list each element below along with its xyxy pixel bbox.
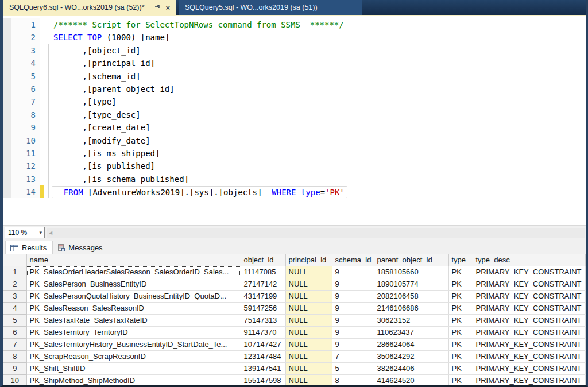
row-number[interactable]: 8 — [3, 350, 26, 362]
code-text[interactable]: FROM [AdventureWorks2019].[sys].[objects… — [52, 186, 347, 198]
cell-schema_id[interactable]: 9 — [332, 266, 374, 278]
tab-results[interactable]: Results — [5, 241, 53, 254]
code-text[interactable]: ,[modify_date] — [53, 134, 150, 147]
row-number[interactable]: 6 — [3, 326, 26, 338]
cell-principal_id[interactable]: NULL — [285, 374, 332, 385]
code-text[interactable]: ,[schema_id] — [53, 70, 141, 83]
cell-schema_id[interactable]: 9 — [332, 326, 374, 338]
code-text[interactable]: ,[type] — [53, 95, 117, 108]
cell-object_id[interactable]: 59147256 — [241, 302, 285, 314]
cell-schema_id[interactable]: 7 — [332, 350, 374, 362]
cell-principal_id[interactable]: NULL — [285, 362, 332, 374]
collapse-region-icon[interactable]: − — [45, 34, 51, 40]
cell-name[interactable]: PK_SalesPerson_BusinessEntityID — [26, 278, 241, 290]
cell-schema_id[interactable]: 8 — [332, 374, 374, 385]
cell-parent_object_id[interactable]: 1890105774 — [374, 278, 448, 290]
column-header-principal_id[interactable]: principal_id — [285, 254, 332, 266]
row-number[interactable]: 9 — [3, 362, 26, 374]
cell-name[interactable]: PK_SalesOrderHeaderSalesReason_SalesOrde… — [26, 266, 241, 278]
editor-line[interactable]: 5 ,[schema_id] — [3, 70, 586, 83]
cell-name[interactable]: PK_Shift_ShiftID — [26, 362, 241, 374]
cell-type[interactable]: PK — [448, 278, 473, 290]
editor-horizontal-scrollbar[interactable]: ◀ — [47, 228, 585, 238]
tab-sqlquery6[interactable]: SQLQuery6.sql - WO...orks2019 (sa (52))*… — [3, 0, 176, 15]
cell-type_desc[interactable]: PRIMARY_KEY_CONSTRAINT — [473, 374, 586, 385]
cell-type_desc[interactable]: PRIMARY_KEY_CONSTRAINT — [473, 326, 586, 338]
cell-type_desc[interactable]: PRIMARY_KEY_CONSTRAINT — [473, 350, 586, 362]
cell-name[interactable]: PK_ShipMethod_ShipMethodID — [26, 374, 241, 385]
cell-object_id[interactable]: 91147370 — [241, 326, 285, 338]
row-number[interactable]: 7 — [3, 338, 26, 350]
column-header-type[interactable]: type — [448, 254, 473, 266]
code-text[interactable]: /****** Script for SelectTopNRows comman… — [53, 18, 344, 31]
editor-line[interactable]: 12 ,[is_published] — [3, 160, 586, 172]
code-text[interactable]: ,[parent_object_id] — [53, 83, 175, 95]
cell-type[interactable]: PK — [448, 326, 473, 338]
code-text[interactable]: ,[type_desc] — [53, 109, 141, 121]
row-number[interactable]: 10 — [3, 374, 26, 385]
column-header-object_id[interactable]: object_id — [241, 254, 285, 266]
code-text[interactable]: ,[is_ms_shipped] — [53, 147, 160, 160]
cell-type[interactable]: PK — [448, 374, 473, 385]
row-number[interactable]: 2 — [3, 278, 26, 290]
cell-schema_id[interactable]: 9 — [332, 278, 374, 290]
cell-principal_id[interactable]: NULL — [285, 290, 332, 302]
cell-type[interactable]: PK — [448, 302, 473, 314]
editor-line[interactable]: 13 ,[is_schema_published] — [3, 173, 586, 185]
cell-object_id[interactable]: 43147199 — [241, 290, 285, 302]
cell-name[interactable]: PK_SalesPersonQuotaHistory_BusinessEntit… — [26, 290, 241, 302]
tab-sqlquery5[interactable]: SQLQuery5.sql - WO...orks2019 (sa (51)) — [179, 0, 362, 15]
code-text[interactable]: ,[is_schema_published] — [53, 173, 189, 185]
editor-line[interactable]: 6 ,[parent_object_id] — [3, 83, 586, 95]
close-icon[interactable]: × — [165, 4, 170, 11]
cell-type[interactable]: PK — [448, 338, 473, 350]
cell-principal_id[interactable]: NULL — [285, 350, 332, 362]
cell-type[interactable]: PK — [448, 290, 473, 302]
cell-principal_id[interactable]: NULL — [285, 326, 332, 338]
cell-parent_object_id[interactable]: 2082106458 — [374, 290, 448, 302]
cell-type_desc[interactable]: PRIMARY_KEY_CONSTRAINT — [473, 302, 586, 314]
cell-type_desc[interactable]: PRIMARY_KEY_CONSTRAINT — [473, 278, 586, 290]
editor-line[interactable]: 8 ,[type_desc] — [3, 109, 586, 121]
cell-parent_object_id[interactable]: 110623437 — [374, 326, 448, 338]
row-number[interactable]: 3 — [3, 290, 26, 302]
zoom-level-dropdown[interactable]: 110 % ▾ — [5, 227, 45, 238]
cell-parent_object_id[interactable]: 2146106686 — [374, 302, 448, 314]
cell-name[interactable]: PK_SalesTerritory_TerritoryID — [26, 326, 241, 338]
editor-line[interactable]: 10 ,[modify_date] — [3, 134, 586, 147]
cell-type_desc[interactable]: PRIMARY_KEY_CONSTRAINT — [473, 362, 586, 374]
editor-line[interactable]: 11 ,[is_ms_shipped] — [3, 147, 586, 160]
cell-principal_id[interactable]: NULL — [285, 266, 332, 278]
cell-name[interactable]: PK_SalesTerritoryHistory_BusinessEntityI… — [26, 338, 241, 350]
cell-object_id[interactable]: 123147484 — [241, 350, 285, 362]
corner-cell[interactable] — [3, 254, 26, 266]
column-header-name[interactable]: name — [26, 254, 241, 266]
sql-editor[interactable]: 1/****** Script for SelectTopNRows comma… — [3, 16, 586, 225]
editor-line[interactable]: 14 FROM [AdventureWorks2019].[sys].[obje… — [3, 185, 586, 198]
cell-object_id[interactable]: 75147313 — [241, 314, 285, 326]
cell-object_id[interactable]: 107147427 — [241, 338, 285, 350]
scroll-left-icon[interactable]: ◀ — [47, 230, 52, 235]
cell-parent_object_id[interactable]: 30623152 — [374, 314, 448, 326]
code-text[interactable]: SELECT TOP (1000) [name] — [53, 31, 169, 44]
cell-schema_id[interactable]: 9 — [332, 302, 374, 314]
pin-icon[interactable] — [154, 4, 161, 11]
editor-line[interactable]: 2−SELECT TOP (1000) [name] — [3, 31, 586, 44]
cell-type[interactable]: PK — [448, 362, 473, 374]
cell-principal_id[interactable]: NULL — [285, 314, 332, 326]
column-header-schema_id[interactable]: schema_id — [332, 254, 374, 266]
cell-schema_id[interactable]: 5 — [332, 362, 374, 374]
cell-type_desc[interactable]: PRIMARY_KEY_CONSTRAINT — [473, 266, 586, 278]
cell-parent_object_id[interactable]: 350624292 — [374, 350, 448, 362]
cell-type_desc[interactable]: PRIMARY_KEY_CONSTRAINT — [473, 314, 586, 326]
row-number[interactable]: 1 — [3, 266, 26, 278]
cell-name[interactable]: PK_SalesTaxRate_SalesTaxRateID — [26, 314, 241, 326]
column-header-type_desc[interactable]: type_desc — [473, 254, 586, 266]
cell-type[interactable]: PK — [448, 314, 473, 326]
cell-parent_object_id[interactable]: 286624064 — [374, 338, 448, 350]
cell-principal_id[interactable]: NULL — [285, 338, 332, 350]
cell-parent_object_id[interactable]: 1858105660 — [374, 266, 448, 278]
cell-parent_object_id[interactable]: 414624520 — [374, 374, 448, 385]
cell-object_id[interactable]: 155147598 — [241, 374, 285, 385]
editor-line[interactable]: 3 ,[object_id] — [3, 44, 586, 57]
